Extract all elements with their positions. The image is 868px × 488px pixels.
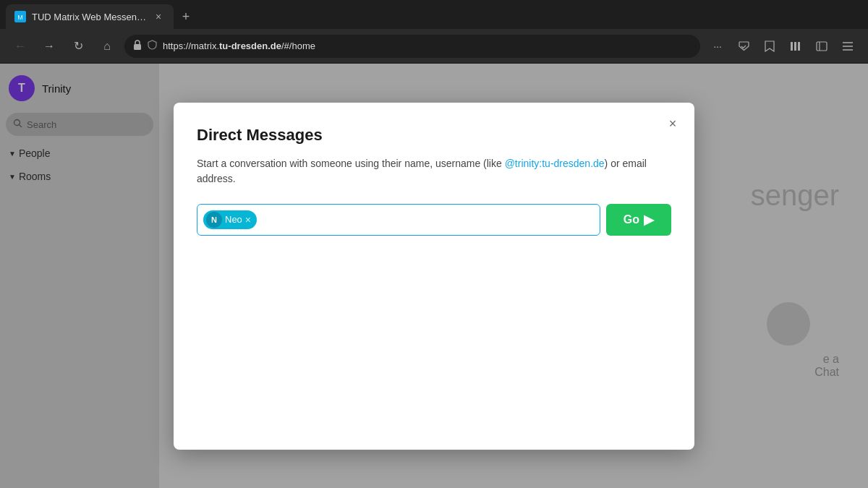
svg-rect-2: [134, 44, 141, 50]
modal-description: Start a conversation with someone using …: [197, 156, 671, 187]
browser-frame: M TUD Matrix Web Messen… × + ← → ↻ ⌂ htt…: [0, 0, 868, 488]
cursor-icon: ▶: [644, 212, 654, 228]
input-row: N Neo × Go ▶: [197, 204, 671, 236]
chip-avatar: N: [206, 212, 222, 228]
more-button[interactable]: ···: [706, 35, 729, 58]
modal-title: Direct Messages: [197, 126, 671, 145]
bookmark-button[interactable]: [758, 35, 781, 58]
svg-text:M: M: [17, 14, 23, 21]
url-text: https://matrix.tu-dresden.de/#/home: [163, 40, 692, 51]
toolbar-icons: ···: [706, 35, 859, 58]
tab-close-button[interactable]: ×: [152, 10, 165, 23]
back-button[interactable]: ←: [9, 35, 32, 58]
go-button[interactable]: Go ▶: [606, 204, 671, 236]
active-tab[interactable]: M TUD Matrix Web Messen… ×: [6, 4, 174, 29]
new-tab-button[interactable]: +: [174, 4, 198, 29]
svg-rect-6: [817, 42, 827, 51]
pocket-button[interactable]: [732, 35, 755, 58]
svg-rect-3: [791, 42, 793, 51]
shield-icon: [148, 40, 157, 52]
desc-prefix: Start a conversation with someone using …: [197, 158, 505, 169]
svg-rect-5: [798, 42, 800, 51]
forward-button[interactable]: →: [38, 35, 61, 58]
security-icon: [133, 40, 142, 52]
recipient-field[interactable]: N Neo ×: [197, 204, 600, 236]
direct-messages-modal: × Direct Messages Start a conversation w…: [174, 103, 694, 450]
home-button[interactable]: ⌂: [95, 35, 119, 58]
toolbar: ← → ↻ ⌂ https://matrix.tu-dresden.de/#/h…: [0, 29, 868, 64]
chip-name: Neo: [225, 214, 242, 225]
go-button-label: Go: [624, 213, 639, 226]
sidebar-toggle[interactable]: [810, 35, 833, 58]
menu-button[interactable]: [836, 35, 859, 58]
modal-overlay: × Direct Messages Start a conversation w…: [0, 64, 868, 488]
tab-favicon: M: [14, 11, 26, 22]
recipient-chip: N Neo ×: [203, 210, 257, 229]
app-content: T Trinity Search ▼ People ▼ Rooms: [0, 64, 868, 488]
tab-bar: M TUD Matrix Web Messen… × +: [0, 0, 868, 29]
modal-close-button[interactable]: ×: [663, 114, 683, 134]
library-button[interactable]: [784, 35, 807, 58]
tab-title: TUD Matrix Web Messen…: [32, 12, 146, 22]
url-bar[interactable]: https://matrix.tu-dresden.de/#/home: [124, 35, 700, 58]
desc-link[interactable]: @trinity:tu-dresden.de: [505, 158, 605, 169]
chip-remove-button[interactable]: ×: [245, 215, 251, 225]
reload-button[interactable]: ↻: [67, 35, 90, 58]
svg-rect-4: [794, 42, 796, 51]
